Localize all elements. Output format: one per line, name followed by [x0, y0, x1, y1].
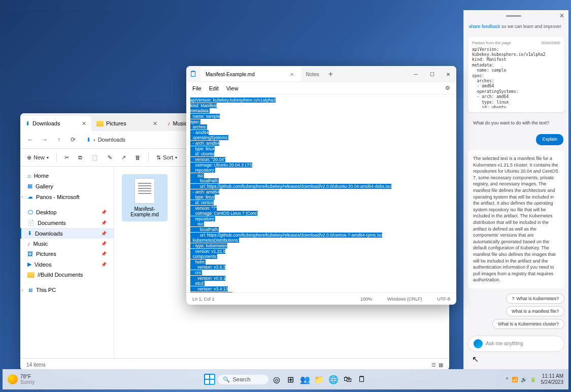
battery-icon[interactable]: 🔋 — [530, 377, 536, 382]
gallery-icon: ▦ — [27, 183, 32, 189]
video-icon: ▶ — [27, 261, 31, 268]
close-icon[interactable]: ✕ — [288, 72, 296, 77]
sidebar-onedrive[interactable]: ›☁Panos - Microsoft — [20, 191, 114, 202]
drag-handle[interactable] — [506, 15, 521, 17]
teams-icon[interactable]: 👥 — [299, 373, 311, 385]
suggestions: ?What is Kubernetes? What is a manifest … — [464, 291, 568, 332]
date: 5/24/2023 — [541, 379, 564, 385]
file-name: Manifest-Example.md — [126, 206, 163, 217]
sidebar-build[interactable]: //Build Documents — [20, 270, 114, 280]
share-button[interactable]: ↗ — [120, 153, 127, 162]
notepad-status-bar: Ln 1, Col 1 100% Windows (CRLF) UTF-8 — [186, 292, 456, 305]
clock[interactable]: 11:11 AM 5/24/2023 — [541, 373, 564, 385]
weather-condition: Sunny — [20, 379, 35, 385]
rename-button[interactable]: ✎ — [106, 153, 114, 162]
refresh-button[interactable]: ⟳ — [68, 135, 78, 145]
new-tab-button[interactable]: + — [324, 70, 337, 79]
tab-notes[interactable]: Notes — [301, 67, 324, 81]
menu-edit[interactable]: Edit — [209, 85, 219, 91]
notepad-taskbar-icon[interactable]: 🗒 — [356, 373, 368, 385]
sidebar-gallery[interactable]: ▦Gallery — [20, 181, 114, 191]
tab-label: Manifest-Example.md — [206, 72, 255, 77]
copy-button[interactable]: ⧉ — [77, 153, 84, 162]
tab-downloads[interactable]: ⬇ Downloads ✕ — [20, 116, 91, 131]
char-count: 2000/2000 — [541, 41, 560, 45]
tab-pictures[interactable]: Pictures ✕ — [91, 116, 162, 131]
search-box[interactable]: 🔍Search — [218, 375, 268, 384]
cursor-icon: ↖ — [472, 354, 479, 364]
delete-button[interactable]: 🗑 — [133, 153, 142, 162]
close-button[interactable]: ✕ — [440, 67, 456, 81]
new-button[interactable]: ⊕New▾ — [25, 153, 50, 162]
sidebar-home[interactable]: ⌂Home — [20, 171, 114, 181]
up-button[interactable]: ↑ — [54, 135, 64, 145]
copilot-input[interactable]: Ask me anything — [468, 336, 564, 352]
temperature: 78°F — [20, 374, 35, 379]
system-tray[interactable]: ^ 📶 🔊 🔋 — [506, 377, 536, 382]
document-icon: 📄 — [27, 219, 35, 226]
wifi-icon[interactable]: 📶 — [512, 377, 518, 382]
store-icon[interactable]: 🛍 — [342, 373, 354, 385]
suggestion-1[interactable]: ?What is Kubernetes? — [506, 293, 564, 304]
volume-icon[interactable]: 🔊 — [521, 377, 527, 382]
grid-view-icon[interactable]: ▦ — [439, 362, 443, 368]
sidebar-pictures[interactable]: 🖼Pictures📌 — [20, 249, 114, 259]
cursor-position: Ln 1, Col 1 — [192, 297, 345, 302]
chevron-right-icon: › — [93, 137, 95, 143]
suggestion-2[interactable]: What is a manifest file? — [506, 306, 564, 316]
copilot-sidebar: ✕ share feedback so we can learn and imp… — [463, 10, 568, 369]
sidebar-music[interactable]: ♪Music📌 — [20, 239, 114, 249]
line-ending: Windows (CRLF) — [387, 297, 422, 302]
task-view-icon[interactable]: ⊞ — [285, 373, 297, 385]
sidebar-thispc[interactable]: ›🖥This PC — [20, 285, 114, 295]
zoom-level: 100% — [360, 297, 372, 302]
notepad-content[interactable]: apiVersion: kubekey.kubesphere.io/v1alph… — [186, 94, 456, 292]
sidebar-videos[interactable]: ▶Videos📌 — [20, 259, 114, 270]
maximize-button[interactable]: ☐ — [424, 67, 440, 81]
weather-widget[interactable]: 78°F Sunny — [8, 374, 35, 385]
chevron-up-icon[interactable]: ^ — [506, 377, 509, 382]
explorer-icon[interactable]: 📁 — [313, 373, 325, 385]
folder-icon — [27, 272, 35, 278]
breadcrumb-text: Downloads — [98, 137, 125, 143]
paste-button: 📋 — [90, 153, 100, 162]
music-icon: ♪ — [167, 120, 171, 126]
tab-manifest[interactable]: Manifest-Example.md ✕ — [200, 67, 301, 81]
sidebar-documents[interactable]: 📄Documents📌 — [20, 217, 114, 228]
back-button[interactable]: ← — [25, 135, 36, 145]
sun-icon — [8, 374, 18, 384]
forward-button[interactable]: → — [40, 135, 50, 145]
download-icon: ⬇ — [86, 137, 91, 143]
sidebar-downloads[interactable]: ⬇Downloads📌 — [20, 228, 114, 239]
cloud-icon: ☁ — [27, 193, 33, 200]
tab-label: Pictures — [106, 120, 126, 126]
suggestion-3[interactable]: What is a Kubernetes cluster? — [492, 319, 564, 329]
chevron-right-icon: › — [21, 194, 23, 200]
copilot-icon[interactable]: ◎ — [271, 373, 283, 385]
sidebar-desktop[interactable]: 🖵Desktop📌 — [20, 207, 114, 217]
menu-view[interactable]: View — [226, 85, 239, 91]
copilot-intro: share feedback so we can learn and impro… — [464, 21, 568, 34]
menu-file[interactable]: File — [192, 85, 201, 91]
feedback-link[interactable]: share feedback — [469, 24, 500, 29]
time: 11:11 AM — [541, 373, 564, 379]
cut-button[interactable]: ✂ — [63, 153, 71, 162]
close-icon[interactable]: ✕ — [82, 120, 86, 127]
notepad-menu: File Edit View ⚙ — [186, 82, 456, 94]
close-icon[interactable]: ✕ — [153, 120, 157, 127]
file-manifest[interactable]: Manifest-Example.md — [122, 174, 167, 221]
home-icon: ⌂ — [27, 173, 31, 179]
paste-label: Pasted from the page — [472, 41, 511, 45]
close-icon[interactable]: ✕ — [559, 12, 564, 19]
notepad-window[interactable]: 🗒 Manifest-Example.md ✕ Notes + ─ ☐ ✕ Fi… — [186, 66, 456, 305]
edge-icon[interactable]: 🌐 — [327, 373, 340, 385]
tab-label: Music — [173, 120, 188, 126]
pin-icon: 📌 — [101, 241, 107, 246]
sort-button[interactable]: ⇅Sort▾ — [155, 153, 179, 162]
start-button[interactable] — [204, 373, 216, 385]
pin-icon: 📌 — [101, 220, 107, 225]
gear-icon[interactable]: ⚙ — [445, 85, 450, 91]
minimize-button[interactable]: ─ — [408, 67, 424, 81]
list-view-icon[interactable]: ☰ — [431, 362, 436, 368]
tab-label: Notes — [306, 72, 319, 77]
